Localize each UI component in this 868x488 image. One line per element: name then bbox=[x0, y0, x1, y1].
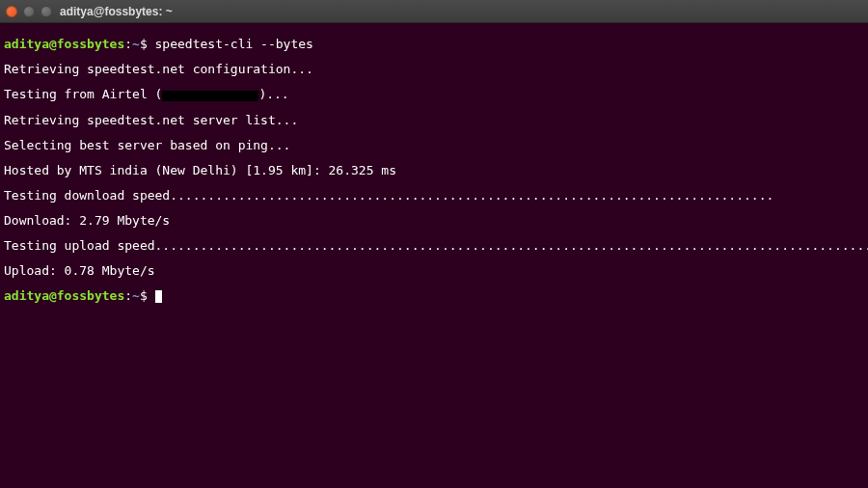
terminal-line: aditya@fossbytes:~$ bbox=[4, 289, 864, 303]
prompt-colon: : bbox=[124, 37, 132, 51]
terminal-area[interactable]: aditya@fossbytes:~$ speedtest-cli --byte… bbox=[0, 23, 868, 317]
window-title: aditya@fossbytes: ~ bbox=[60, 5, 173, 18]
output-text: )... bbox=[258, 87, 288, 101]
output-line: Testing download speed..................… bbox=[4, 189, 864, 202]
prompt-colon: : bbox=[124, 288, 132, 303]
output-line: Retrieving speedtest.net configuration..… bbox=[4, 63, 864, 75]
prompt-path: ~ bbox=[132, 288, 140, 303]
command-text: speedtest-cli --bytes bbox=[155, 37, 313, 51]
prompt-symbol: $ bbox=[140, 37, 148, 51]
close-icon[interactable] bbox=[6, 6, 17, 17]
prompt-user-host: aditya@fossbytes bbox=[4, 37, 124, 51]
output-line: Selecting best server based on ping... bbox=[4, 139, 864, 151]
window-titlebar: aditya@fossbytes: ~ bbox=[0, 0, 868, 23]
terminal-line: aditya@fossbytes:~$ speedtest-cli --byte… bbox=[4, 38, 864, 50]
output-line: Download: 2.79 Mbyte/s bbox=[4, 214, 864, 227]
output-line: Hosted by MTS india (New Delhi) [1.95 km… bbox=[4, 164, 864, 176]
prompt-symbol: $ bbox=[140, 288, 148, 303]
window-button-group bbox=[6, 6, 52, 17]
cursor-block bbox=[155, 290, 162, 303]
output-line: Retrieving speedtest.net server list... bbox=[4, 114, 864, 126]
minimize-icon[interactable] bbox=[23, 6, 35, 17]
output-line: Upload: 0.78 Mbyte/s bbox=[4, 264, 864, 277]
output-line: Testing from Airtel ()... bbox=[4, 88, 864, 101]
redacted-ip bbox=[162, 91, 258, 101]
prompt-path: ~ bbox=[132, 37, 140, 51]
maximize-icon[interactable] bbox=[41, 6, 52, 17]
prompt-user-host: aditya@fossbytes bbox=[4, 288, 124, 303]
output-text: Testing from Airtel ( bbox=[4, 87, 162, 101]
output-line: Testing upload speed....................… bbox=[4, 239, 864, 252]
